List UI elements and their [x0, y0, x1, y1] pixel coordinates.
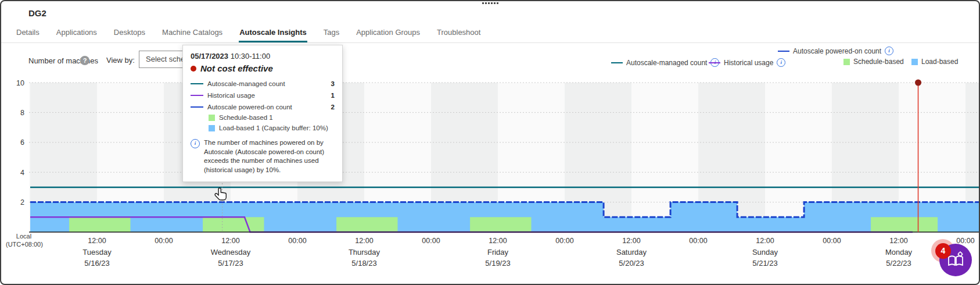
info-icon: i	[191, 139, 200, 148]
tooltip-row: Schedule-based 1	[191, 114, 335, 121]
y-tick-label: 6	[20, 138, 24, 147]
x-tick-label: 12:00	[889, 237, 907, 245]
help-icon[interactable]: ?	[80, 56, 89, 65]
tab-desktops[interactable]: Desktops	[113, 24, 146, 42]
schedule-based-block	[871, 217, 938, 232]
blue-line-swatch-icon	[191, 106, 203, 108]
x-day-label: Saturday	[616, 248, 647, 256]
schedule-based-block	[470, 217, 531, 232]
legend-item-schedule-based: Schedule-based	[843, 58, 904, 66]
autoscale-insights-window: DG2 DetailsApplicationsDesktopsMachine C…	[0, 0, 980, 285]
red-dot-icon	[191, 66, 196, 72]
schedule-based-block	[336, 217, 397, 232]
x-tick-label: 00:00	[823, 237, 841, 245]
x-tick-label: 12:00	[355, 237, 373, 245]
x-date-label: 5/18/23	[351, 259, 376, 268]
tab-application-groups[interactable]: Application Groups	[356, 24, 421, 42]
tab-details[interactable]: Details	[16, 24, 40, 42]
x-day-label: Sunday	[752, 248, 778, 256]
y-tick-label: 4	[20, 169, 24, 177]
tab-applications[interactable]: Applications	[56, 24, 98, 42]
x-tick-label: 00:00	[555, 237, 573, 245]
tab-machine-catalogs[interactable]: Machine Catalogs	[161, 24, 223, 42]
x-tick-label: 00:00	[422, 237, 440, 245]
x-date-label: 5/22/23	[886, 259, 911, 268]
x-tick-label: 12:00	[489, 237, 507, 245]
blue-square-swatch-icon	[911, 59, 918, 65]
notification-badge[interactable]: 4	[935, 243, 951, 259]
x-tick-label: 12:00	[88, 237, 106, 245]
tooltip-row: Historical usage 1	[191, 92, 335, 99]
x-day-label: Monday	[885, 248, 913, 256]
tab-bar: DetailsApplicationsDesktopsMachine Catal…	[1, 24, 979, 43]
legend-item-load-based: Load-based	[911, 58, 958, 66]
x-tick-label: 12:00	[622, 237, 640, 245]
y-tick-label: 8	[20, 109, 24, 117]
x-tick-label: 12:00	[221, 237, 239, 245]
view-by-label: View by:	[106, 56, 135, 65]
x-date-label: 5/19/23	[485, 259, 510, 268]
green-square-swatch-icon	[209, 115, 215, 121]
x-tick-label: 00:00	[288, 237, 306, 245]
tooltip-row: Autoscale powered-on count 2	[191, 104, 335, 111]
page-title: DG2	[28, 8, 46, 18]
x-date-label: 5/17/23	[218, 259, 243, 268]
teal-line-swatch-icon	[611, 62, 623, 63]
green-square-swatch-icon	[843, 59, 850, 65]
tab-tags[interactable]: Tags	[323, 24, 340, 42]
tooltip-note: i The number of machines powered on by A…	[191, 138, 335, 174]
x-day-label: Friday	[487, 248, 509, 256]
x-date-label: 5/21/23	[752, 259, 777, 268]
tooltip-status: Not cost effective	[191, 63, 335, 73]
legend-item-powered-on-count: Autoscale powered-on count i	[778, 47, 893, 55]
x-date-label: 5/20/23	[619, 259, 644, 268]
x-day-label: Tuesday	[82, 248, 112, 256]
window-drag-handle-icon[interactable]	[482, 2, 498, 4]
info-icon[interactable]: i	[777, 58, 785, 67]
schedule-based-block	[203, 217, 264, 232]
tooltip-row: Load-based 1 (Capacity buffer: 10%)	[191, 124, 335, 131]
x-tick-label: 00:00	[155, 237, 173, 245]
timezone-label: Local (UTC+08:00)	[6, 232, 42, 249]
x-day-label: Thursday	[349, 248, 380, 256]
tooltip-datetime: 05/17/2023 10:30-11:00	[191, 52, 335, 60]
blue-line-swatch-icon	[778, 51, 789, 52]
info-icon[interactable]: i	[885, 47, 893, 55]
current-time-dot	[915, 80, 921, 86]
y-tick-label: 10	[16, 79, 24, 87]
legend-item-historical-usage: Historical usage i	[709, 58, 785, 67]
autoscale-usage-chart[interactable]: 24681012:00Tuesday5/16/2300:0012:00Wedne…	[1, 76, 979, 270]
blue-square-swatch-icon	[209, 125, 215, 131]
y-tick-label: 2	[20, 198, 24, 206]
tab-troubleshoot[interactable]: Troubleshoot	[436, 24, 481, 42]
legend-item-managed-count: Autoscale-managed count i	[611, 58, 719, 67]
chart-tooltip: 05/17/2023 10:30-11:00 Not cost effectiv…	[182, 45, 343, 182]
tooltip-row: Autoscale-managed count 3	[191, 80, 335, 87]
x-day-label: Wednesday	[211, 248, 251, 256]
x-date-label: 5/16/23	[84, 259, 109, 268]
purple-line-swatch-icon	[709, 62, 720, 63]
schedule-based-block	[69, 217, 130, 232]
teal-line-swatch-icon	[191, 83, 203, 84]
x-tick-label: 12:00	[756, 237, 774, 245]
purple-line-swatch-icon	[191, 95, 203, 96]
tab-autoscale-insights[interactable]: Autoscale Insights	[239, 24, 307, 42]
x-tick-label: 00:00	[689, 237, 707, 245]
